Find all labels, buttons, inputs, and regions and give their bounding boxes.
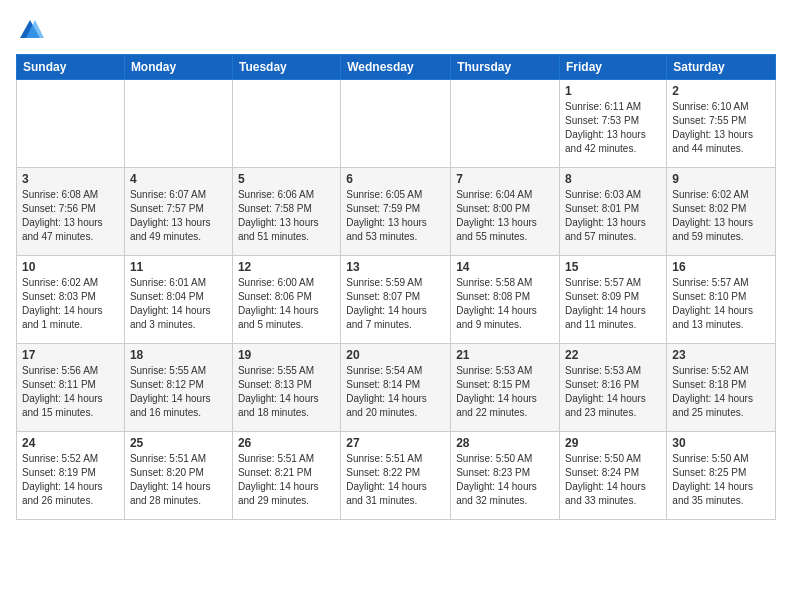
day-info: Sunrise: 5:58 AM Sunset: 8:08 PM Dayligh… <box>456 276 554 332</box>
day-number: 1 <box>565 84 661 98</box>
day-number: 25 <box>130 436 227 450</box>
day-number: 4 <box>130 172 227 186</box>
day-number: 17 <box>22 348 119 362</box>
day-info: Sunrise: 5:57 AM Sunset: 8:09 PM Dayligh… <box>565 276 661 332</box>
day-number: 30 <box>672 436 770 450</box>
day-info: Sunrise: 5:50 AM Sunset: 8:23 PM Dayligh… <box>456 452 554 508</box>
calendar-cell: 13Sunrise: 5:59 AM Sunset: 8:07 PM Dayli… <box>341 256 451 344</box>
calendar-cell: 25Sunrise: 5:51 AM Sunset: 8:20 PM Dayli… <box>124 432 232 520</box>
calendar-cell: 30Sunrise: 5:50 AM Sunset: 8:25 PM Dayli… <box>667 432 776 520</box>
day-number: 24 <box>22 436 119 450</box>
day-info: Sunrise: 6:08 AM Sunset: 7:56 PM Dayligh… <box>22 188 119 244</box>
calendar-table: SundayMondayTuesdayWednesdayThursdayFrid… <box>16 54 776 520</box>
weekday-header: Friday <box>560 55 667 80</box>
day-number: 19 <box>238 348 335 362</box>
calendar-cell: 28Sunrise: 5:50 AM Sunset: 8:23 PM Dayli… <box>451 432 560 520</box>
weekday-header: Tuesday <box>232 55 340 80</box>
day-info: Sunrise: 5:52 AM Sunset: 8:18 PM Dayligh… <box>672 364 770 420</box>
day-number: 6 <box>346 172 445 186</box>
day-info: Sunrise: 5:59 AM Sunset: 8:07 PM Dayligh… <box>346 276 445 332</box>
day-number: 11 <box>130 260 227 274</box>
calendar-cell: 15Sunrise: 5:57 AM Sunset: 8:09 PM Dayli… <box>560 256 667 344</box>
day-info: Sunrise: 6:06 AM Sunset: 7:58 PM Dayligh… <box>238 188 335 244</box>
weekday-header: Saturday <box>667 55 776 80</box>
calendar-cell: 17Sunrise: 5:56 AM Sunset: 8:11 PM Dayli… <box>17 344 125 432</box>
day-info: Sunrise: 6:02 AM Sunset: 8:03 PM Dayligh… <box>22 276 119 332</box>
day-info: Sunrise: 6:01 AM Sunset: 8:04 PM Dayligh… <box>130 276 227 332</box>
calendar-header-row: SundayMondayTuesdayWednesdayThursdayFrid… <box>17 55 776 80</box>
day-number: 15 <box>565 260 661 274</box>
day-number: 12 <box>238 260 335 274</box>
calendar-cell: 10Sunrise: 6:02 AM Sunset: 8:03 PM Dayli… <box>17 256 125 344</box>
logo-icon <box>16 16 44 44</box>
calendar-cell <box>341 80 451 168</box>
day-info: Sunrise: 5:52 AM Sunset: 8:19 PM Dayligh… <box>22 452 119 508</box>
day-number: 26 <box>238 436 335 450</box>
day-info: Sunrise: 5:51 AM Sunset: 8:20 PM Dayligh… <box>130 452 227 508</box>
page-header <box>16 16 776 44</box>
calendar-week-row: 3Sunrise: 6:08 AM Sunset: 7:56 PM Daylig… <box>17 168 776 256</box>
calendar-cell: 12Sunrise: 6:00 AM Sunset: 8:06 PM Dayli… <box>232 256 340 344</box>
calendar-cell <box>17 80 125 168</box>
day-info: Sunrise: 5:57 AM Sunset: 8:10 PM Dayligh… <box>672 276 770 332</box>
day-info: Sunrise: 5:56 AM Sunset: 8:11 PM Dayligh… <box>22 364 119 420</box>
calendar-cell: 1Sunrise: 6:11 AM Sunset: 7:53 PM Daylig… <box>560 80 667 168</box>
calendar-cell <box>451 80 560 168</box>
calendar-cell <box>232 80 340 168</box>
calendar-cell: 18Sunrise: 5:55 AM Sunset: 8:12 PM Dayli… <box>124 344 232 432</box>
calendar-week-row: 17Sunrise: 5:56 AM Sunset: 8:11 PM Dayli… <box>17 344 776 432</box>
calendar-cell: 3Sunrise: 6:08 AM Sunset: 7:56 PM Daylig… <box>17 168 125 256</box>
calendar-cell: 19Sunrise: 5:55 AM Sunset: 8:13 PM Dayli… <box>232 344 340 432</box>
day-info: Sunrise: 5:55 AM Sunset: 8:12 PM Dayligh… <box>130 364 227 420</box>
day-info: Sunrise: 5:53 AM Sunset: 8:16 PM Dayligh… <box>565 364 661 420</box>
calendar-cell: 21Sunrise: 5:53 AM Sunset: 8:15 PM Dayli… <box>451 344 560 432</box>
calendar-cell: 26Sunrise: 5:51 AM Sunset: 8:21 PM Dayli… <box>232 432 340 520</box>
calendar-week-row: 1Sunrise: 6:11 AM Sunset: 7:53 PM Daylig… <box>17 80 776 168</box>
day-info: Sunrise: 6:11 AM Sunset: 7:53 PM Dayligh… <box>565 100 661 156</box>
calendar-cell: 9Sunrise: 6:02 AM Sunset: 8:02 PM Daylig… <box>667 168 776 256</box>
calendar-cell: 29Sunrise: 5:50 AM Sunset: 8:24 PM Dayli… <box>560 432 667 520</box>
weekday-header: Thursday <box>451 55 560 80</box>
weekday-header: Monday <box>124 55 232 80</box>
day-number: 28 <box>456 436 554 450</box>
day-number: 2 <box>672 84 770 98</box>
day-info: Sunrise: 5:55 AM Sunset: 8:13 PM Dayligh… <box>238 364 335 420</box>
day-number: 13 <box>346 260 445 274</box>
day-info: Sunrise: 5:50 AM Sunset: 8:25 PM Dayligh… <box>672 452 770 508</box>
day-number: 20 <box>346 348 445 362</box>
day-number: 10 <box>22 260 119 274</box>
day-number: 23 <box>672 348 770 362</box>
day-number: 14 <box>456 260 554 274</box>
calendar-cell: 7Sunrise: 6:04 AM Sunset: 8:00 PM Daylig… <box>451 168 560 256</box>
calendar-cell: 20Sunrise: 5:54 AM Sunset: 8:14 PM Dayli… <box>341 344 451 432</box>
calendar-cell: 23Sunrise: 5:52 AM Sunset: 8:18 PM Dayli… <box>667 344 776 432</box>
weekday-header: Sunday <box>17 55 125 80</box>
day-info: Sunrise: 5:51 AM Sunset: 8:21 PM Dayligh… <box>238 452 335 508</box>
day-number: 21 <box>456 348 554 362</box>
calendar-cell: 4Sunrise: 6:07 AM Sunset: 7:57 PM Daylig… <box>124 168 232 256</box>
day-number: 3 <box>22 172 119 186</box>
day-number: 7 <box>456 172 554 186</box>
day-number: 18 <box>130 348 227 362</box>
day-number: 9 <box>672 172 770 186</box>
day-info: Sunrise: 6:04 AM Sunset: 8:00 PM Dayligh… <box>456 188 554 244</box>
calendar-cell: 27Sunrise: 5:51 AM Sunset: 8:22 PM Dayli… <box>341 432 451 520</box>
calendar-cell: 16Sunrise: 5:57 AM Sunset: 8:10 PM Dayli… <box>667 256 776 344</box>
day-info: Sunrise: 5:50 AM Sunset: 8:24 PM Dayligh… <box>565 452 661 508</box>
calendar-cell: 2Sunrise: 6:10 AM Sunset: 7:55 PM Daylig… <box>667 80 776 168</box>
day-number: 27 <box>346 436 445 450</box>
day-info: Sunrise: 5:53 AM Sunset: 8:15 PM Dayligh… <box>456 364 554 420</box>
calendar-cell: 22Sunrise: 5:53 AM Sunset: 8:16 PM Dayli… <box>560 344 667 432</box>
day-number: 8 <box>565 172 661 186</box>
calendar-week-row: 10Sunrise: 6:02 AM Sunset: 8:03 PM Dayli… <box>17 256 776 344</box>
day-number: 22 <box>565 348 661 362</box>
calendar-cell: 11Sunrise: 6:01 AM Sunset: 8:04 PM Dayli… <box>124 256 232 344</box>
calendar-cell: 8Sunrise: 6:03 AM Sunset: 8:01 PM Daylig… <box>560 168 667 256</box>
calendar-cell: 24Sunrise: 5:52 AM Sunset: 8:19 PM Dayli… <box>17 432 125 520</box>
calendar-cell <box>124 80 232 168</box>
day-info: Sunrise: 5:51 AM Sunset: 8:22 PM Dayligh… <box>346 452 445 508</box>
day-number: 5 <box>238 172 335 186</box>
day-number: 16 <box>672 260 770 274</box>
calendar-cell: 6Sunrise: 6:05 AM Sunset: 7:59 PM Daylig… <box>341 168 451 256</box>
day-info: Sunrise: 6:05 AM Sunset: 7:59 PM Dayligh… <box>346 188 445 244</box>
